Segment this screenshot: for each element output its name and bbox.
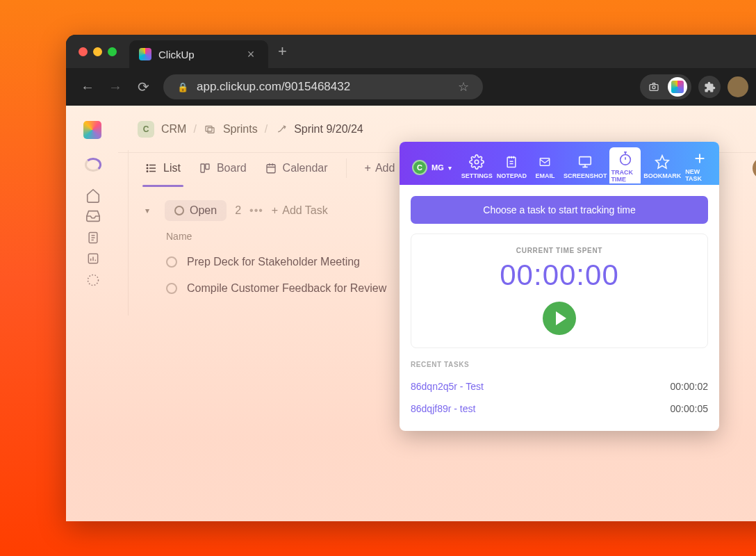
breadcrumb-separator: / xyxy=(265,123,268,136)
bookmark-star-icon[interactable]: ☆ xyxy=(458,79,469,95)
clickup-logo-icon[interactable] xyxy=(83,121,101,139)
popup-user-selector[interactable]: C MG ▾ xyxy=(404,160,459,183)
dashboards-icon[interactable] xyxy=(80,249,106,269)
user-workspace-label: MG xyxy=(432,163,444,172)
docs-icon[interactable] xyxy=(80,228,106,248)
svg-point-18 xyxy=(147,171,148,172)
camera-extension-icon[interactable] xyxy=(644,77,664,97)
svg-rect-21 xyxy=(267,165,275,173)
add-task-inline-button[interactable]: + Add Task xyxy=(272,204,328,217)
timer-label: CURRENT TIME SPENT xyxy=(424,247,695,254)
sprint-icon xyxy=(274,123,287,136)
more-apps-icon[interactable] xyxy=(80,270,106,291)
address-bar[interactable]: 🔒 app.clickup.com/9015468432 ☆ xyxy=(163,74,483,99)
svg-rect-20 xyxy=(206,164,209,170)
view-separator xyxy=(346,158,347,178)
url-text: app.clickup.com/9015468432 xyxy=(197,80,350,94)
new-tab-button[interactable]: + xyxy=(278,42,287,60)
status-label: Open xyxy=(190,204,217,217)
email-icon xyxy=(536,154,553,170)
user-avatar-badge: C xyxy=(412,160,427,175)
choose-task-button[interactable]: Choose a task to start tracking time xyxy=(411,196,708,224)
popup-tab-new-task[interactable]: NEW TASK xyxy=(684,147,715,183)
plus-icon: + xyxy=(365,162,371,174)
browser-tab[interactable]: ClickUp × xyxy=(129,40,268,68)
popup-tab-screenshot[interactable]: SCREENSHOT xyxy=(562,147,609,183)
task-status-circle-icon[interactable] xyxy=(166,256,177,268)
back-button[interactable]: ← xyxy=(80,79,95,95)
reload-button[interactable]: ⟳ xyxy=(135,79,151,95)
workspace-badge[interactable]: C xyxy=(138,121,154,138)
popup-tab-label: BOOKMARK xyxy=(643,172,681,179)
inbox-icon[interactable] xyxy=(80,206,106,227)
add-task-label: Add Task xyxy=(282,204,328,217)
play-icon xyxy=(556,311,566,325)
svg-point-38 xyxy=(620,154,630,165)
popup-tab-label: NEW TASK xyxy=(685,168,714,182)
tab-title: ClickUp xyxy=(158,49,195,60)
popup-tab-label: TRACK TIME xyxy=(611,169,639,183)
plus-icon xyxy=(692,151,707,166)
popup-tab-track-time[interactable]: TRACK TIME xyxy=(609,147,641,183)
window-minimize-button[interactable] xyxy=(93,47,102,56)
window-maximize-button[interactable] xyxy=(108,47,117,56)
breadcrumb-folder[interactable]: Sprints xyxy=(223,123,258,136)
plus-icon: + xyxy=(272,204,278,217)
window-close-button[interactable] xyxy=(79,47,88,56)
svg-rect-0 xyxy=(650,85,658,91)
view-tab-label: List xyxy=(163,162,181,174)
task-status-circle-icon[interactable] xyxy=(166,283,177,294)
add-view-button[interactable]: + Add xyxy=(365,162,395,174)
view-tab-list[interactable]: List xyxy=(145,150,181,186)
popup-tab-label: SCREENSHOT xyxy=(564,172,607,179)
extension-popup: C MG ▾ SETTINGS NOTEPAD EMAIL SC xyxy=(400,142,719,431)
status-more-icon[interactable]: ••• xyxy=(249,204,263,217)
svg-point-10 xyxy=(88,275,99,285)
star-icon xyxy=(655,154,670,170)
popup-tab-settings[interactable]: SETTINGS xyxy=(460,147,494,183)
svg-rect-19 xyxy=(201,164,204,172)
popup-header: C MG ▾ SETTINGS NOTEPAD EMAIL SC xyxy=(400,142,719,185)
breadcrumb-list[interactable]: Sprint 9/20/24 xyxy=(294,123,363,136)
status-open-pill[interactable]: Open xyxy=(165,200,227,221)
view-tab-calendar[interactable]: Calendar xyxy=(265,150,328,186)
popup-tab-email[interactable]: EMAIL xyxy=(529,147,561,183)
close-tab-icon[interactable]: × xyxy=(243,47,258,62)
popup-tab-bookmark[interactable]: BOOKMARK xyxy=(642,147,682,183)
svg-rect-35 xyxy=(580,156,591,164)
monitor-icon xyxy=(577,154,593,170)
svg-point-27 xyxy=(475,160,479,164)
lock-icon: 🔒 xyxy=(177,82,188,92)
notepad-icon xyxy=(504,154,518,170)
profile-avatar[interactable] xyxy=(728,76,748,97)
recent-task-row[interactable]: 86dqjf89r - test 00:00:05 xyxy=(411,398,708,420)
breadcrumb-workspace[interactable]: CRM xyxy=(161,123,186,136)
home-icon[interactable] xyxy=(80,186,106,206)
popup-tab-notepad[interactable]: NOTEPAD xyxy=(495,147,528,183)
extension-pill xyxy=(640,74,691,99)
extensions-menu-icon[interactable] xyxy=(698,76,721,98)
add-view-label: Add xyxy=(375,162,395,174)
window-titlebar: ClickUp × + xyxy=(66,35,756,68)
popup-tab-label: EMAIL xyxy=(535,172,554,179)
traffic-lights xyxy=(79,47,117,56)
recent-task-time: 00:00:02 xyxy=(671,381,709,392)
svg-rect-12 xyxy=(208,127,214,133)
svg-point-17 xyxy=(147,167,148,169)
status-open-icon xyxy=(174,206,184,215)
recent-task-row[interactable]: 86dqn2q5r - Test 00:00:02 xyxy=(411,375,708,398)
recent-task-time: 00:00:05 xyxy=(671,403,709,414)
user-avatar[interactable] xyxy=(753,157,756,179)
popup-tab-label: SETTINGS xyxy=(461,172,493,179)
forward-button[interactable]: → xyxy=(108,79,123,95)
play-button[interactable] xyxy=(543,302,576,335)
clickup-extension-icon[interactable] xyxy=(668,77,687,97)
collapse-chevron-icon[interactable]: ▾ xyxy=(145,206,156,215)
timer-card: CURRENT TIME SPENT 00:00:00 xyxy=(411,234,708,348)
view-tab-board[interactable]: Board xyxy=(199,150,247,186)
recent-task-name: 86dqjf89r - test xyxy=(411,403,475,414)
popup-body: Choose a task to start tracking time CUR… xyxy=(400,185,719,431)
svg-rect-34 xyxy=(541,158,550,165)
folder-icon xyxy=(204,123,216,136)
chevron-down-icon: ▾ xyxy=(448,164,452,172)
